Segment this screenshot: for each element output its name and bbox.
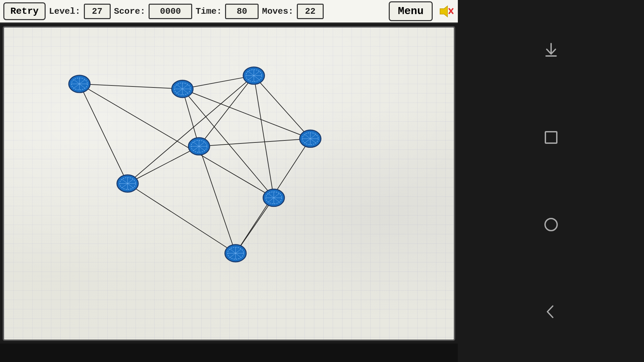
graph-node-G[interactable] <box>263 189 284 206</box>
graph-node-H[interactable] <box>225 245 246 262</box>
graph-node-C[interactable] <box>243 67 264 84</box>
bottom-bar <box>0 344 458 362</box>
graph-node-F[interactable] <box>300 130 321 147</box>
graph-edge <box>79 84 182 89</box>
graph-edge <box>127 184 235 253</box>
square-nav-icon[interactable] <box>539 126 563 149</box>
score-value: 0000 <box>149 4 192 19</box>
graph-edge <box>79 84 128 183</box>
graph-node-B[interactable] <box>172 80 193 98</box>
level-label: Level: <box>49 6 80 16</box>
mute-button[interactable] <box>436 2 454 20</box>
time-label: Time: <box>196 6 222 16</box>
back-nav-icon[interactable] <box>539 300 563 323</box>
time-value: 80 <box>225 4 259 19</box>
level-value: 27 <box>84 4 111 19</box>
moves-label: Moves: <box>262 6 293 16</box>
moves-value: 22 <box>297 4 324 19</box>
menu-button[interactable]: Menu <box>389 1 433 21</box>
game-canvas[interactable] <box>3 26 455 341</box>
graph-edge <box>79 84 274 198</box>
circle-nav-icon[interactable] <box>539 213 563 236</box>
graph-edge <box>199 139 310 146</box>
graph-edge <box>235 198 274 253</box>
game-area: Retry Level: 27 Score: 0000 Time: 80 Mov… <box>0 0 458 362</box>
svg-point-62 <box>545 219 557 231</box>
score-label: Score: <box>114 6 146 16</box>
graph-node-E[interactable] <box>117 175 138 192</box>
svg-rect-61 <box>545 132 557 143</box>
graph-edge <box>199 76 254 146</box>
svg-marker-0 <box>440 6 447 17</box>
edges-group <box>79 76 310 253</box>
android-nav-panel <box>458 0 644 362</box>
download-nav-icon[interactable] <box>539 39 563 62</box>
graph-svg <box>4 27 454 340</box>
graph-edge <box>254 76 274 198</box>
graph-edge <box>199 146 235 253</box>
nodes-group[interactable] <box>69 67 321 262</box>
graph-edge <box>182 89 310 139</box>
graph-node-D[interactable] <box>189 138 210 155</box>
retry-button[interactable]: Retry <box>3 2 46 20</box>
graph-edge <box>127 146 199 184</box>
toolbar: Retry Level: 27 Score: 0000 Time: 80 Mov… <box>0 0 458 23</box>
graph-node-A[interactable] <box>69 75 90 93</box>
